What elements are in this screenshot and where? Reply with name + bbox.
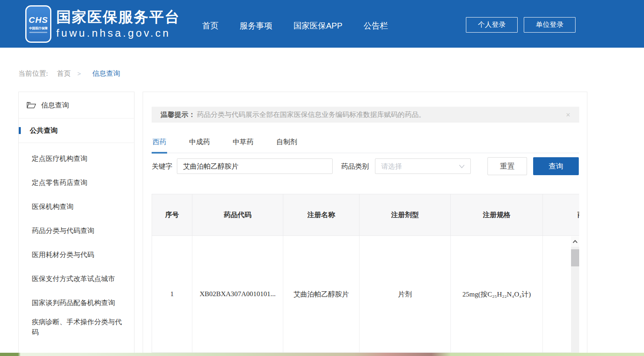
drug-category-select[interactable]: 请选择 <box>375 158 471 174</box>
tab-chinese-patent-medicine[interactable]: 中成药 <box>188 134 211 154</box>
select-placeholder: 请选择 <box>381 162 402 171</box>
sidebar-root-info-query[interactable]: 信息查询 <box>19 92 134 119</box>
notice-prefix: 温馨提示： <box>161 110 195 119</box>
login-buttons: 个人登录 单位登录 <box>466 17 576 33</box>
drug-category-label: 药品类别 <box>341 162 369 171</box>
cell-dosage-form: 片剂 <box>359 236 451 353</box>
tab-western-medicine[interactable]: 西药 <box>152 134 167 154</box>
sidebar-list: 定点医疗机构查询 定点零售药店查询 医保机构查询 药品分类与代码查询 医用耗材分… <box>19 143 134 339</box>
keyword-label: 关键字 <box>152 162 172 171</box>
search-toolbar: 关键字 药品类别 请选择 重置 查询 <box>152 157 579 175</box>
table-header-row: 序号 药品代码 注册名称 注册剂型 注册规格 商品名 <box>152 194 579 236</box>
sidebar-item-drug-classification-codes[interactable]: 药品分类与代码查询 <box>19 219 134 243</box>
main-panel: 温馨提示： 药品分类与代码展示全部在国家医保信息业务编码标准数据库赋码的药品。 … <box>143 92 587 353</box>
chs-logo-icon: CHS 中国医疗保障 <box>25 5 51 43</box>
nav-item-services[interactable]: 服务事项 <box>240 20 272 31</box>
table-row[interactable]: 1 XB02BXA307A0010101... 艾曲泊帕乙醇胺片 片剂 25mg… <box>152 236 579 353</box>
sidebar-item-medical-consumables-codes[interactable]: 医用耗材分类与代码 <box>19 243 134 267</box>
site-title: 国家医保服务平台 <box>56 8 180 26</box>
tab-chinese-herbal-medicine[interactable]: 中草药 <box>232 134 254 154</box>
breadcrumb-current-link[interactable]: 信息查询 <box>93 69 120 78</box>
cell-specification: 25mg(按C₂₅H₂₂N₄O₄计) <box>451 236 543 353</box>
chevron-up-icon <box>573 240 578 243</box>
breadcrumb-separator: > <box>77 70 81 77</box>
col-header-registered-name: 注册名称 <box>283 194 359 236</box>
sidebar-item-negotiated-drug-orgs[interactable]: 国家谈判药品配备机构查询 <box>19 291 134 315</box>
personal-login-button[interactable]: 个人登录 <box>466 17 518 33</box>
logo-microline <box>29 32 47 33</box>
cell-seq: 1 <box>152 236 192 353</box>
header-bar: CHS 中国医疗保障 国家医保服务平台 fuwu.nhsa.gov.cn 首页 … <box>0 0 644 48</box>
main-nav: 首页 服务事项 国家医保APP 公告栏 <box>202 20 409 31</box>
group-marker-bar <box>19 127 21 134</box>
cell-drug-code: XB02BXA307A0010101... <box>192 236 283 353</box>
notice-close-icon[interactable]: × <box>566 111 570 119</box>
keyword-input[interactable] <box>177 158 333 174</box>
logo-acronym: CHS <box>29 15 48 25</box>
breadcrumb-home-link[interactable]: 首页 <box>57 69 71 78</box>
tab-self-prepared[interactable]: 自制剂 <box>276 134 298 154</box>
query-button[interactable]: 查询 <box>533 157 579 175</box>
site-logo[interactable]: CHS 中国医疗保障 国家医保服务平台 fuwu.nhsa.gov.cn <box>25 5 180 43</box>
sidebar-group-public-query[interactable]: 公共查询 <box>19 119 134 143</box>
sidebar-item-designated-pharmacies[interactable]: 定点零售药店查询 <box>19 171 134 195</box>
logo-text-block: 国家医保服务平台 fuwu.nhsa.gov.cn <box>56 8 180 39</box>
drug-type-tabs: 西药 中成药 中草药 自制剂 <box>152 134 579 153</box>
scrollbar-thumb[interactable] <box>571 249 579 266</box>
drug-table: 序号 药品代码 注册名称 注册剂型 注册规格 商品名 1 XB02BXA307A… <box>152 194 579 353</box>
nav-item-announcements[interactable]: 公告栏 <box>364 20 388 31</box>
nav-item-app[interactable]: 国家医保APP <box>293 20 342 31</box>
breadcrumb-label: 当前位置: <box>18 69 48 78</box>
notice-text: 药品分类与代码展示全部在国家医保信息业务编码标准数据库赋码的药品。 <box>197 110 426 119</box>
table-scrollbar[interactable] <box>571 236 579 353</box>
col-header-seq: 序号 <box>152 194 192 236</box>
chevron-down-icon <box>459 165 465 168</box>
sidebar-item-disease-diagnosis-codes[interactable]: 疾病诊断、手术操作分类与代码 <box>19 315 134 339</box>
unit-login-button[interactable]: 单位登录 <box>524 17 576 33</box>
logo-org-text: 中国医疗保障 <box>29 26 48 30</box>
nav-item-home[interactable]: 首页 <box>202 20 218 31</box>
notice-bar: 温馨提示： 药品分类与代码展示全部在国家医保信息业务编码标准数据库赋码的药品。 … <box>152 107 579 123</box>
folder-icon <box>26 101 36 109</box>
col-header-drug-code: 药品代码 <box>192 194 283 236</box>
sidebar-group-label: 公共查询 <box>30 126 57 135</box>
site-domain: fuwu.nhsa.gov.cn <box>56 27 180 40</box>
sidebar-root-label: 信息查询 <box>41 101 69 110</box>
sidebar-item-insurance-agencies[interactable]: 医保机构查询 <box>19 195 134 219</box>
sidebar: 信息查询 公共查询 定点医疗机构查询 定点零售药店查询 医保机构查询 药品分类与… <box>18 92 135 353</box>
col-header-specification: 注册规格 <box>451 194 543 236</box>
col-header-trade-name: 商品名 <box>543 194 579 236</box>
footer-banner-edge <box>0 353 644 356</box>
cell-registered-name: 艾曲泊帕乙醇胺片 <box>283 236 359 353</box>
reset-button[interactable]: 重置 <box>487 157 527 175</box>
scroll-up-button[interactable] <box>571 236 579 247</box>
breadcrumb: 当前位置: 首页 > 信息查询 <box>18 69 120 78</box>
sidebar-item-designated-medical-orgs[interactable]: 定点医疗机构查询 <box>19 147 134 171</box>
sidebar-item-payment-reform-cities[interactable]: 医保支付方式改革试点城市 <box>19 267 134 291</box>
col-header-dosage-form: 注册剂型 <box>359 194 451 236</box>
